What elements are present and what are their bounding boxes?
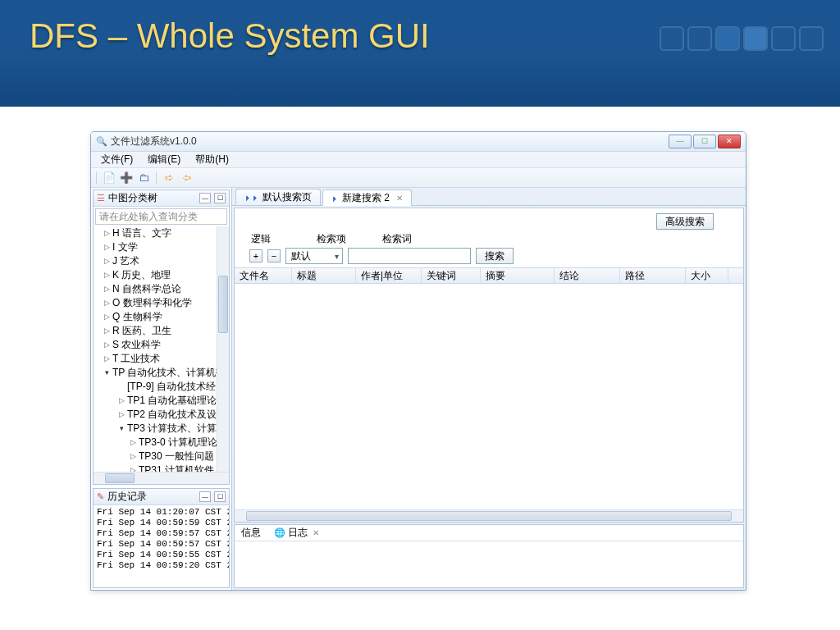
history-entry[interactable]: Fri Sep 14 00:59:59 CST 2007 bbox=[97, 518, 226, 528]
tree-item[interactable]: ▷TP30 一般性问题 bbox=[94, 450, 229, 463]
tab-default-search[interactable]: ⏵⏵ 默认搜索页 bbox=[235, 189, 321, 205]
tab-label: 新建搜索 2 bbox=[342, 191, 390, 205]
expand-arrow-icon[interactable]: ▷ bbox=[103, 339, 111, 351]
history-body: Fri Sep 14 01:20:07 CST 2007Fri Sep 14 0… bbox=[94, 505, 229, 587]
expand-arrow-icon[interactable]: ▷ bbox=[103, 325, 111, 337]
tree-item[interactable]: ▷H 语言、文字 bbox=[94, 226, 229, 240]
list-icon: ☰ bbox=[97, 193, 105, 203]
column-header[interactable]: 大小 bbox=[686, 268, 728, 283]
expand-arrow-icon[interactable]: ▷ bbox=[103, 283, 111, 295]
workarea: ☰ 中图分类树 — ☐ 请在此处输入查询分类 ▷H 语言、文字▷I 文学▷J 艺… bbox=[91, 188, 746, 590]
tree-item[interactable]: ▾TP 自动化技术、计算机技 bbox=[94, 366, 229, 380]
add-row-button[interactable]: + bbox=[249, 249, 262, 262]
history-entry[interactable]: Fri Sep 14 00:59:57 CST 2007 bbox=[97, 528, 226, 539]
tree-search-input[interactable]: 请在此处输入查询分类 bbox=[95, 208, 227, 225]
add-icon[interactable]: ➕ bbox=[120, 171, 133, 185]
column-header[interactable]: 摘要 bbox=[481, 268, 555, 283]
back-icon[interactable]: ➪ bbox=[180, 171, 193, 185]
search-button[interactable]: 搜索 bbox=[476, 248, 514, 264]
menu-edit[interactable]: 编辑(E) bbox=[141, 152, 187, 167]
folder-icon[interactable]: 🗀 bbox=[137, 171, 150, 185]
tree-item[interactable]: [TP-9] 自动化技术经 bbox=[94, 380, 229, 394]
panel-max-button[interactable]: ☐ bbox=[214, 491, 226, 502]
tree-item-label: TP2 自动化技术及设 bbox=[127, 409, 217, 421]
tree-item[interactable]: ▷I 文学 bbox=[94, 240, 229, 254]
tree-item[interactable]: ▷TP31 计算机软件 bbox=[94, 463, 229, 472]
expand-arrow-icon[interactable]: ▷ bbox=[103, 297, 111, 309]
tab-label: 默认搜索页 bbox=[262, 190, 312, 204]
tree-item[interactable]: ▷T 工业技术 bbox=[94, 352, 229, 366]
expand-arrow-icon[interactable]: ▷ bbox=[130, 464, 137, 472]
new-icon[interactable]: 📄 bbox=[103, 171, 116, 185]
column-header[interactable]: 关键词 bbox=[422, 268, 481, 283]
expand-arrow-icon[interactable]: ▷ bbox=[103, 255, 111, 267]
tree-item[interactable]: ▷J 艺术 bbox=[94, 254, 229, 268]
expand-arrow-icon[interactable]: ▷ bbox=[103, 227, 111, 240]
tree-item[interactable]: ▷K 历史、地理 bbox=[94, 268, 229, 282]
history-icon: ✎ bbox=[97, 491, 104, 502]
history-entry[interactable]: Fri Sep 14 00:59:20 CST 2007 bbox=[97, 560, 226, 571]
results-table-header: 文件名标题作者|单位关键词摘要结论路径大小 bbox=[235, 267, 743, 284]
history-entry[interactable]: Fri Sep 14 00:59:57 CST 2007 bbox=[97, 539, 226, 550]
tree-item-label: I 文学 bbox=[112, 241, 138, 253]
window-title: 文件过滤系统v1.0.0 bbox=[111, 135, 669, 148]
expand-arrow-icon[interactable]: ▷ bbox=[118, 409, 126, 421]
column-header[interactable]: 结论 bbox=[555, 268, 620, 283]
term-input[interactable] bbox=[348, 248, 471, 264]
tree-item-label: TP31 计算机软件 bbox=[139, 464, 214, 472]
tree-item[interactable]: ▷Q 生物科学 bbox=[94, 310, 229, 324]
forward-icon[interactable]: ➪ bbox=[162, 171, 176, 185]
tab-new-search-2[interactable]: ⏵ 新建搜索 2 ✕ bbox=[322, 189, 412, 206]
expand-arrow-icon[interactable]: ▷ bbox=[130, 450, 137, 463]
column-header[interactable]: 文件名 bbox=[235, 268, 292, 283]
tree-panel: ☰ 中图分类树 — ☐ 请在此处输入查询分类 ▷H 语言、文字▷I 文学▷J 艺… bbox=[93, 189, 230, 485]
menu-help[interactable]: 帮助(H) bbox=[189, 152, 235, 167]
remove-row-button[interactable]: − bbox=[267, 249, 281, 262]
tree-item[interactable]: ▾TP3 计算技术、计算机 bbox=[94, 422, 229, 436]
tree-item[interactable]: ▷N 自然科学总论 bbox=[94, 282, 229, 296]
maximize-button[interactable]: ☐ bbox=[693, 135, 716, 148]
tree-item[interactable]: ▷TP2 自动化技术及设 bbox=[94, 408, 229, 422]
tab-info[interactable]: 信息 bbox=[238, 526, 264, 540]
expand-arrow-icon[interactable]: ▾ bbox=[118, 422, 126, 435]
history-entry[interactable]: Fri Sep 14 00:59:55 CST 2007 bbox=[97, 550, 226, 560]
tree-item-label: O 数理科学和化学 bbox=[112, 297, 192, 309]
expand-arrow-icon[interactable]: ▾ bbox=[103, 367, 111, 379]
tree-item[interactable]: ▷TP3-0 计算机理论 bbox=[94, 436, 229, 450]
minimize-button[interactable]: — bbox=[669, 135, 692, 148]
tree-item-label: S 农业科学 bbox=[112, 339, 161, 351]
expand-arrow-icon[interactable]: ▷ bbox=[118, 395, 126, 407]
expand-arrow-icon[interactable]: ▷ bbox=[103, 353, 111, 365]
titlebar[interactable]: 🔍 文件过滤系统v1.0.0 — ☐ ✕ bbox=[91, 132, 746, 152]
menu-file[interactable]: 文件(F) bbox=[94, 152, 139, 167]
horizontal-scrollbar[interactable] bbox=[94, 472, 229, 484]
tree-panel-title: 中图分类树 bbox=[108, 191, 196, 205]
tree-item[interactable]: ▷TP1 自动化基础理论 bbox=[94, 394, 229, 408]
close-button[interactable]: ✕ bbox=[718, 135, 741, 148]
tree-item[interactable]: ▷R 医药、卫生 bbox=[94, 324, 229, 338]
column-header[interactable]: 路径 bbox=[620, 268, 686, 283]
vertical-scrollbar[interactable] bbox=[217, 226, 229, 472]
panel-max-button[interactable]: ☐ bbox=[214, 193, 226, 203]
table-horizontal-scrollbar[interactable] bbox=[235, 509, 743, 522]
slide-header: DFS – Whole System GUI bbox=[0, 0, 840, 107]
advanced-search-button[interactable]: 高级搜索 bbox=[656, 213, 714, 230]
tab-close-icon[interactable]: ✕ bbox=[396, 194, 403, 203]
tab-log[interactable]: 🌐 日志 ✕ bbox=[271, 526, 322, 540]
column-header[interactable]: 标题 bbox=[292, 268, 356, 283]
field-select[interactable]: 默认 bbox=[285, 248, 343, 264]
expand-arrow-icon[interactable]: ▷ bbox=[103, 241, 111, 253]
expand-arrow-icon[interactable]: ▷ bbox=[103, 269, 111, 281]
expand-arrow-icon[interactable]: ▷ bbox=[103, 311, 111, 323]
panel-min-button[interactable]: — bbox=[199, 491, 211, 502]
panel-min-button[interactable]: — bbox=[199, 193, 211, 203]
history-entry[interactable]: Fri Sep 14 01:20:07 CST 2007 bbox=[97, 507, 226, 518]
column-header[interactable]: 作者|单位 bbox=[356, 268, 422, 283]
tree-item[interactable]: ▷S 农业科学 bbox=[94, 338, 229, 352]
log-icon: 🌐 bbox=[274, 527, 285, 538]
tree-item[interactable]: ▷O 数理科学和化学 bbox=[94, 296, 229, 310]
expand-arrow-icon[interactable]: ▷ bbox=[130, 436, 137, 449]
tab-close-icon[interactable]: ✕ bbox=[313, 528, 319, 537]
tree-body: ▷H 语言、文字▷I 文学▷J 艺术▷K 历史、地理▷N 自然科学总论▷O 数理… bbox=[94, 226, 229, 472]
tree-item-label: [TP-9] 自动化技术经 bbox=[127, 381, 216, 393]
